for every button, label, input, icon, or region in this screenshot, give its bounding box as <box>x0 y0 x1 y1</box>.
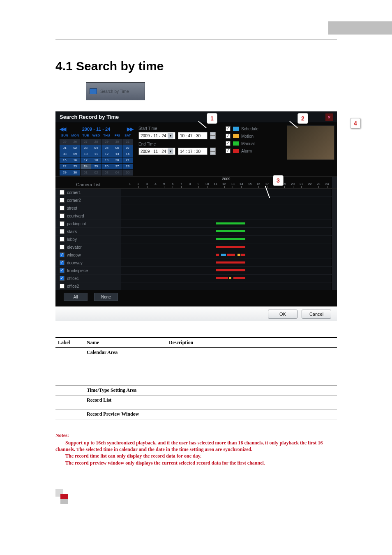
record-segment-alarm[interactable] <box>233 277 246 279</box>
calendar-day[interactable]: 17 <box>81 157 91 163</box>
calendar-day[interactable]: 03 <box>101 170 112 176</box>
record-segment-alarm[interactable] <box>216 246 245 248</box>
checkbox-icon[interactable] <box>60 229 65 234</box>
calendar-day[interactable]: 13 <box>112 151 122 157</box>
camera-item[interactable]: lobby <box>55 236 121 243</box>
calendar-day[interactable]: 27 <box>112 164 122 169</box>
checkbox-icon[interactable] <box>60 260 65 265</box>
checkbox-icon[interactable] <box>60 276 65 281</box>
camera-item[interactable]: elevator <box>55 243 121 251</box>
checkbox-icon[interactable] <box>226 134 231 139</box>
calendar-day[interactable]: 09 <box>70 151 81 157</box>
record-segment-alarm[interactable] <box>227 254 235 256</box>
checkbox-icon[interactable] <box>60 245 65 250</box>
timeline-track[interactable] <box>121 243 331 251</box>
chevron-down-icon[interactable]: ▼ <box>168 133 173 139</box>
checkbox-icon[interactable] <box>60 284 65 289</box>
calendar-day[interactable]: 21 <box>122 157 133 163</box>
calendar-day[interactable]: 15 <box>60 157 70 163</box>
scrollbar[interactable] <box>331 251 337 259</box>
calendar-day[interactable]: 05 <box>122 170 133 176</box>
scrollbar[interactable] <box>331 189 337 196</box>
scrollbar[interactable] <box>331 275 337 282</box>
calendar-day[interactable]: 27 <box>81 139 91 145</box>
record-segment-alarm[interactable] <box>216 261 245 264</box>
close-icon[interactable]: × <box>325 113 333 121</box>
calendar-day[interactable]: 20 <box>112 157 122 163</box>
checkbox-icon[interactable] <box>60 206 65 210</box>
filter-schedule[interactable]: Schedule <box>226 126 258 131</box>
record-segment-manual[interactable] <box>216 230 245 232</box>
camera-item[interactable]: window <box>55 251 121 259</box>
calendar-day[interactable]: 29 <box>60 170 70 176</box>
timeline-track[interactable] <box>121 228 331 235</box>
calendar-day[interactable]: 26 <box>101 164 112 169</box>
calendar-day[interactable]: 10 <box>81 151 91 157</box>
calendar-day[interactable]: 11 <box>91 151 101 157</box>
record-segment-alarm[interactable] <box>216 277 228 279</box>
scrollbar[interactable] <box>331 204 337 212</box>
chevron-down-icon[interactable]: ▼ <box>168 148 173 154</box>
start-time-spinner[interactable]: ▲▼ <box>210 132 216 139</box>
checkbox-icon[interactable] <box>226 141 231 146</box>
calendar-day[interactable]: 12 <box>101 151 112 157</box>
calendar-day[interactable]: 31 <box>122 139 133 145</box>
scrollbar[interactable] <box>331 282 337 290</box>
timeline-track[interactable] <box>121 189 331 196</box>
calendar-prev-icon[interactable]: ◀◀ <box>60 126 65 132</box>
calendar-day[interactable]: 30 <box>70 170 81 176</box>
calendar-day[interactable]: 28 <box>91 139 101 145</box>
record-segment-alarm[interactable] <box>216 269 245 271</box>
scrollbar[interactable] <box>331 228 337 235</box>
timeline-track[interactable] <box>121 220 331 227</box>
record-segment-alarm[interactable] <box>241 254 246 256</box>
filter-manual[interactable]: Manual <box>226 141 258 146</box>
filter-motion[interactable]: Motion <box>226 134 258 139</box>
camera-item[interactable]: parking lot <box>55 220 121 227</box>
calendar-day[interactable]: 18 <box>91 157 101 163</box>
camera-item[interactable]: courtyard <box>55 212 121 220</box>
calendar-day[interactable]: 06 <box>112 145 122 151</box>
timeline-track[interactable] <box>121 267 331 274</box>
ok-button[interactable]: OK <box>268 310 297 319</box>
record-segment-alarm[interactable] <box>216 254 219 256</box>
calendar-day[interactable]: 22 <box>60 164 70 169</box>
record-segment-motion[interactable] <box>229 277 231 279</box>
calendar-day[interactable]: 25 <box>60 139 70 145</box>
scrollbar[interactable] <box>331 236 337 243</box>
timeline-track[interactable] <box>121 204 331 212</box>
calendar-day[interactable]: 04 <box>112 170 122 176</box>
checkbox-icon[interactable] <box>60 190 65 195</box>
scrollbar[interactable] <box>331 267 337 274</box>
calendar-day[interactable]: 14 <box>122 151 133 157</box>
calendar-day[interactable]: 16 <box>70 157 81 163</box>
timeline-track[interactable] <box>121 197 331 204</box>
search-by-time-navbutton[interactable]: Search by Time <box>86 82 145 100</box>
end-date-input[interactable]: 2009 - 11 - 24 ▼ <box>138 148 175 155</box>
calendar-day[interactable]: 08 <box>60 151 70 157</box>
checkbox-icon[interactable] <box>226 148 231 153</box>
calendar-day[interactable]: 23 <box>70 164 81 169</box>
timeline-track[interactable] <box>121 251 331 259</box>
camera-item[interactable]: stairs <box>55 228 121 235</box>
record-segment-manual[interactable] <box>216 222 245 224</box>
calendar-day[interactable]: 28 <box>122 164 133 169</box>
checkbox-icon[interactable] <box>60 213 65 218</box>
timeline-track[interactable] <box>121 236 331 243</box>
camera-item[interactable]: corner2 <box>55 197 121 204</box>
timeline-track[interactable] <box>121 259 331 266</box>
checkbox-icon[interactable] <box>60 252 65 257</box>
scrollbar[interactable] <box>331 197 337 204</box>
calendar-day[interactable]: 02 <box>70 145 81 151</box>
record-segment-schedule[interactable] <box>221 254 226 256</box>
calendar-day[interactable]: 01 <box>60 145 70 151</box>
calendar-day[interactable]: 02 <box>91 170 101 176</box>
scrollbar[interactable] <box>331 259 337 266</box>
start-date-input[interactable]: 2009 - 11 - 24 ▼ <box>138 132 175 139</box>
camera-item[interactable]: office1 <box>55 275 121 282</box>
checkbox-icon[interactable] <box>60 221 65 226</box>
record-segment-motion[interactable] <box>238 254 240 256</box>
cancel-button[interactable]: Cancel <box>302 310 331 319</box>
scrollbar[interactable] <box>331 243 337 251</box>
select-none-button[interactable]: None <box>94 293 118 301</box>
